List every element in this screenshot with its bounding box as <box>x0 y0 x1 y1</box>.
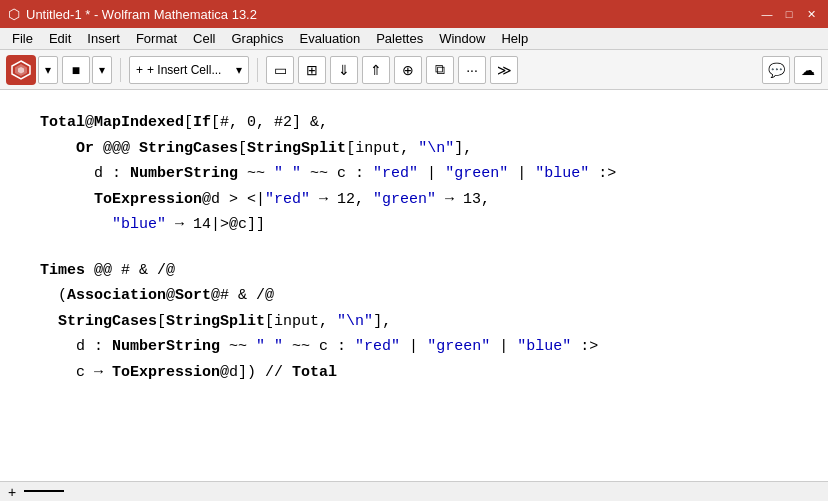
close-button[interactable]: ✕ <box>802 5 820 23</box>
status-bar: + <box>0 481 828 501</box>
square-dropdown-btn[interactable]: ▾ <box>92 56 112 84</box>
menu-insert[interactable]: Insert <box>79 29 128 48</box>
menu-file[interactable]: File <box>4 29 41 48</box>
arrow-down-icon-btn[interactable]: ⇓ <box>330 56 358 84</box>
title-bar-left: ⬡ Untitled-1 * - Wolfram Mathematica 13.… <box>8 6 257 22</box>
insert-cell-chevron: ▾ <box>236 63 242 77</box>
code-line-2-2: (Association@Sort@# & /@ <box>40 283 788 309</box>
menu-format[interactable]: Format <box>128 29 185 48</box>
maximize-button[interactable]: □ <box>780 5 798 23</box>
insert-cell-dropdown[interactable]: + + Insert Cell... ▾ <box>129 56 249 84</box>
code-line-1-5: "blue" → 14|>@c]] <box>40 212 788 238</box>
toolbar-sep-1 <box>120 58 121 82</box>
arrow-up-icon-btn[interactable]: ⇑ <box>362 56 390 84</box>
add-cell-button[interactable]: + <box>8 484 16 500</box>
content-area[interactable]: Total@MapIndexed[If[#, 0, #2] &, Or @@@ … <box>0 90 828 481</box>
toolbar-logo[interactable] <box>6 55 36 85</box>
plus-icon: + <box>136 63 143 77</box>
code-line-2-3: StringCases[StringSplit[input, "\n"], <box>40 309 788 335</box>
chevron-double-icon-btn[interactable]: ≫ <box>490 56 518 84</box>
code-line-1-4: ToExpression@d > <|"red" → 12, "green" →… <box>40 187 788 213</box>
menu-cell[interactable]: Cell <box>185 29 223 48</box>
code-line-2-1: Times @@ # & /@ <box>40 258 788 284</box>
minimize-button[interactable]: — <box>758 5 776 23</box>
code-line-1-2: Or @@@ StringCases[StringSplit[input, "\… <box>40 136 788 162</box>
toolbar-square-group: ■ ▾ <box>62 56 112 84</box>
menu-graphics[interactable]: Graphics <box>223 29 291 48</box>
code-line-1-3: d : NumberString ~~ " " ~~ c : "red" | "… <box>40 161 788 187</box>
insert-cell-label: + Insert Cell... <box>147 63 221 77</box>
title-bar-title: Untitled-1 * - Wolfram Mathematica 13.2 <box>26 7 257 22</box>
chat-icon-btn[interactable]: 💬 <box>762 56 790 84</box>
code-line-2-4: d : NumberString ~~ " " ~~ c : "red" | "… <box>40 334 788 360</box>
app-logo: ⬡ <box>8 6 20 22</box>
toolbar-sep-2 <box>257 58 258 82</box>
wolfram-logo-icon <box>11 60 31 80</box>
menu-evaluation[interactable]: Evaluation <box>291 29 368 48</box>
square-icon-btn[interactable]: ■ <box>62 56 90 84</box>
menu-edit[interactable]: Edit <box>41 29 79 48</box>
menu-bar: File Edit Insert Format Cell Graphics Ev… <box>0 28 828 50</box>
move-icon-btn[interactable]: ⊕ <box>394 56 422 84</box>
menu-window[interactable]: Window <box>431 29 493 48</box>
menu-palettes[interactable]: Palettes <box>368 29 431 48</box>
code-block-2: Times @@ # & /@ (Association@Sort@# & /@… <box>40 258 788 386</box>
grid-icon-btn[interactable]: ⊞ <box>298 56 326 84</box>
logo-dropdown-btn[interactable]: ▾ <box>38 56 58 84</box>
menu-help[interactable]: Help <box>493 29 536 48</box>
status-line <box>24 490 64 493</box>
more-icon-btn[interactable]: ··· <box>458 56 486 84</box>
copy-icon-btn[interactable]: ⧉ <box>426 56 454 84</box>
toolbar-logo-group: ▾ <box>6 55 58 85</box>
code-line-1-1: Total@MapIndexed[If[#, 0, #2] &, <box>40 110 788 136</box>
toolbar: ▾ ■ ▾ + + Insert Cell... ▾ ▭ ⊞ ⇓ ⇑ ⊕ ⧉ ·… <box>0 50 828 90</box>
code-block-1: Total@MapIndexed[If[#, 0, #2] &, Or @@@ … <box>40 110 788 238</box>
code-line-2-5: c → ToExpression@d]) // Total <box>40 360 788 386</box>
cloud-icon-btn[interactable]: ☁ <box>794 56 822 84</box>
cell-bracket-icon-btn[interactable]: ▭ <box>266 56 294 84</box>
toolbar-right: 💬 ☁ <box>762 56 822 84</box>
title-bar-controls: — □ ✕ <box>758 5 820 23</box>
title-bar: ⬡ Untitled-1 * - Wolfram Mathematica 13.… <box>0 0 828 28</box>
